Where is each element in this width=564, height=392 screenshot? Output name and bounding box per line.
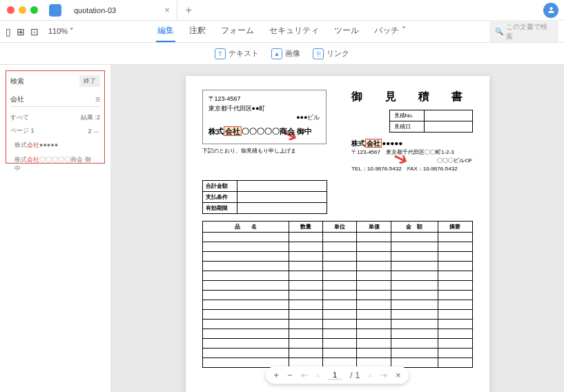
close-window-icon[interactable] (7, 6, 14, 14)
table-row (202, 281, 472, 291)
add-text-button[interactable]: Tテキスト (215, 48, 259, 59)
app-logo-icon (49, 4, 61, 17)
chevron-up-icon[interactable]: ︿ (93, 127, 100, 135)
minimize-window-icon[interactable] (19, 6, 26, 14)
prev-page-button[interactable]: ‹ (317, 370, 320, 380)
s-tel: TEL：10-9876-5432 FAX：10-9876-5432 (351, 165, 472, 173)
search-result-1[interactable]: 株式会社●●●●● (10, 138, 100, 153)
next-page-button[interactable]: › (369, 370, 371, 380)
zoom-dropdown[interactable]: 110% ˅ (48, 27, 74, 36)
recipient-bldg: ●●●ビル (208, 113, 320, 123)
recipient-zip: 〒123-4567 (208, 95, 320, 104)
items-table: 品 名 数量 単位 単価 金 額 摘要 (202, 221, 473, 368)
table-row (202, 262, 472, 271)
main-toolbar: ▯ ⊞ ⊡ 110% ˅ 編集 注釈 フォーム セキュリティ ツール バッチ ˅… (0, 21, 564, 43)
meta-date-label: 見積日 (389, 121, 424, 133)
first-page-button[interactable]: ⇤ (301, 370, 309, 380)
r2b: 会社 (27, 156, 39, 163)
search-query-text: 会社 (10, 95, 24, 104)
co-highlight: 会社 (224, 126, 242, 136)
recipient-addr: 東京都千代田区●●町 (208, 104, 320, 114)
sidebar-toggle-icon[interactable]: ▯ (6, 26, 11, 37)
image-icon: ▲ (271, 48, 282, 59)
close-tab-icon[interactable]: × (164, 5, 170, 15)
co-post: 〇〇〇〇〇商会 (242, 127, 295, 135)
new-tab-button[interactable]: + (177, 4, 200, 17)
menu-bar: 編集 注釈 フォーム セキュリティ ツール バッチ ˅ (156, 21, 407, 42)
zoom-in-button[interactable]: + (274, 370, 280, 380)
table-row (202, 310, 472, 320)
search-placeholder: この文書で検索 (506, 22, 553, 41)
add-link-button[interactable]: ⎘リンク (313, 48, 349, 59)
recipient-company: 株式会社〇〇〇〇〇商会 御中 (208, 126, 320, 137)
page-count: 2 (88, 128, 91, 135)
all-count: 結果 :2 (81, 113, 100, 122)
col-remarks: 摘要 (438, 222, 472, 233)
maximize-window-icon[interactable] (30, 6, 38, 14)
menu-edit[interactable]: 編集 (156, 21, 175, 42)
last-page-button[interactable]: ⇥ (380, 370, 387, 380)
all-label: すべて (10, 113, 29, 122)
menu-security[interactable]: セキュリティ (268, 21, 320, 42)
col-qty: 数量 (289, 222, 322, 233)
search-heading: 検索 (10, 77, 24, 86)
table-row (202, 300, 472, 310)
window-controls (0, 6, 45, 14)
menu-batch[interactable]: バッチ ˅ (373, 21, 407, 42)
col-unit: 単位 (323, 222, 357, 233)
col-price: 単価 (357, 222, 391, 233)
co-suffix: 御中 (297, 127, 312, 135)
grid-view-icon[interactable]: ⊡ (30, 26, 39, 37)
table-row (202, 329, 472, 339)
table-row (202, 291, 472, 300)
col-amount: 金 額 (391, 222, 438, 233)
page-number-input[interactable] (328, 371, 342, 380)
text-icon: T (215, 48, 226, 59)
sum-total-value (237, 181, 327, 192)
r1a: 株式 (14, 141, 27, 148)
search-options-icon[interactable]: ≡ (95, 95, 100, 104)
main-area: 検索 終了 会社 ≡ すべて結果 :2 ページ 12 ︿ 株式会社●●●●● 株… (0, 65, 564, 392)
sum-total-label: 合計金額 (202, 181, 237, 192)
edit-subtoolbar: Tテキスト ▲画像 ⎘リンク (0, 43, 564, 65)
sender-block: 株式会社●●●●● 〒123-4567 東京都千代田区〇〇町1-2-3 〇〇〇ビ… (351, 138, 472, 173)
link-icon: ⎘ (313, 48, 324, 59)
meta-date-value (424, 121, 472, 133)
s-pre: 株式 (351, 139, 365, 147)
document-canvas: ➔ ➔ 〒123-4567 東京都千代田区●●町 ●●●ビル 株式会社〇〇〇〇〇… (110, 65, 564, 392)
page-label: ページ 1 (10, 126, 35, 136)
recipient-box: 〒123-4567 東京都千代田区●●町 ●●●ビル 株式会社〇〇〇〇〇商会 御… (202, 90, 327, 144)
menu-form[interactable]: フォーム (220, 21, 255, 42)
table-row (202, 233, 472, 242)
end-search-button[interactable]: 終了 (79, 75, 100, 87)
r1b: 会社 (27, 141, 39, 148)
quotation-note: 下記のとおり、御見積もり申し上げま (202, 147, 327, 155)
titlebar: quotation-03 × + (0, 0, 564, 21)
document-tab[interactable]: quotation-03 × (67, 1, 177, 20)
document-title: 御 見 積 書 (351, 90, 472, 104)
sum-expiry-label: 有効期限 (202, 203, 237, 214)
meta-table: 見積No. 見積日 (389, 110, 473, 133)
sum-terms-label: 支払条件 (202, 192, 237, 203)
view-mode-icons: ▯ ⊞ ⊡ (6, 26, 39, 37)
menu-tool[interactable]: ツール (333, 21, 360, 42)
menu-annotate[interactable]: 注釈 (188, 21, 207, 42)
pdf-page: 〒123-4567 東京都千代田区●●町 ●●●ビル 株式会社〇〇〇〇〇商会 御… (186, 76, 489, 392)
page-total: / 1 (350, 370, 360, 380)
s-highlight: 会社 (365, 139, 382, 148)
table-row (202, 320, 472, 329)
user-avatar-icon[interactable] (543, 3, 558, 18)
search-sidebar: 検索 終了 会社 ≡ すべて結果 :2 ページ 12 ︿ 株式会社●●●●● 株… (0, 65, 110, 392)
add-image-label: 画像 (285, 48, 300, 59)
search-result-2[interactable]: 株式会社〇〇〇〇〇商会 御中 (10, 153, 100, 176)
zoom-out-button[interactable]: − (287, 370, 293, 380)
close-controls-button[interactable]: × (396, 370, 401, 380)
add-image-button[interactable]: ▲画像 (271, 48, 300, 59)
add-text-label: テキスト (228, 48, 259, 59)
sum-terms-value (237, 192, 327, 203)
document-search-input[interactable]: 🔍 この文書で検索 (489, 20, 558, 43)
search-icon: 🔍 (495, 28, 503, 35)
meta-no-label: 見積No. (389, 110, 424, 121)
thumbnail-view-icon[interactable]: ⊞ (17, 26, 25, 37)
table-row (202, 271, 472, 281)
